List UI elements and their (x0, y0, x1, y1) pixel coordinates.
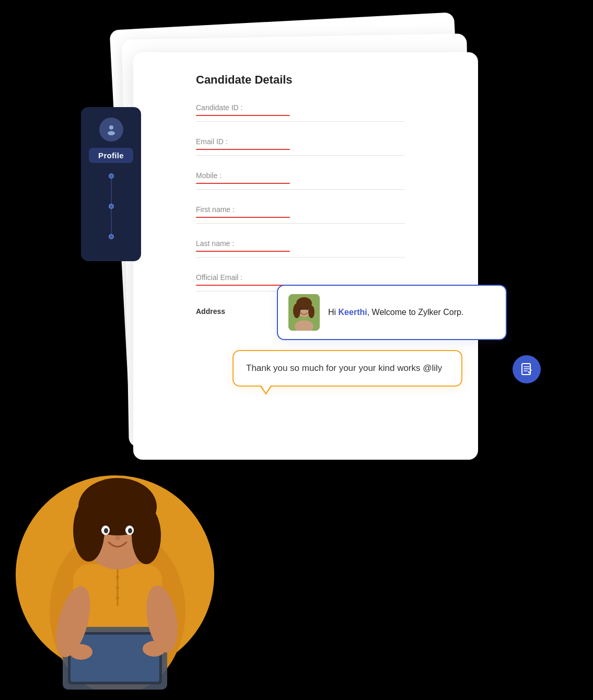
svg-point-27 (308, 306, 315, 318)
underline-official-email (196, 285, 290, 286)
label-first-name: First name : (196, 205, 452, 214)
field-email-id: Email ID : (196, 137, 452, 156)
svg-point-19 (143, 641, 166, 657)
svg-point-12 (115, 536, 120, 540)
svg-point-28 (300, 308, 303, 310)
thanks-chat-bubble: Thank you so much for your your kind wor… (232, 350, 462, 387)
candidate-details-card: Candidate Details Candidate ID : Email I… (133, 52, 478, 460)
user-avatar (288, 294, 320, 331)
label-mobile: Mobile : (196, 171, 452, 180)
label-email-id: Email ID : (196, 137, 452, 146)
svg-point-21 (116, 586, 119, 589)
avatar-svg (288, 294, 320, 331)
thanks-text: Thank you so much for your your kind wor… (246, 361, 449, 375)
underline-last-name (196, 251, 290, 252)
svg-point-7 (132, 507, 161, 564)
line-candidate-id (196, 121, 405, 122)
scene: Candidate Details Candidate ID : Email I… (0, 0, 593, 700)
label-candidate-id: Candidate ID : (196, 103, 452, 112)
underline-mobile (196, 183, 290, 184)
underline-email-id (196, 149, 290, 150)
nav-line-2 (111, 209, 112, 234)
welcome-text: Hi Keerthi, Welcome to Zylker Corp. (328, 306, 463, 319)
welcome-chat-bubble: Hi Keerthi, Welcome to Zylker Corp. (277, 285, 507, 340)
svg-point-20 (116, 576, 119, 579)
svg-point-26 (293, 304, 300, 318)
svg-point-6 (73, 499, 104, 562)
avatar-circle (99, 118, 123, 142)
nav-line-1 (111, 179, 112, 204)
field-mobile: Mobile : (196, 171, 452, 190)
nav-dot-2[interactable] (109, 204, 114, 209)
line-last-name (196, 257, 405, 258)
person-figure (5, 428, 230, 690)
label-last-name: Last name : (196, 239, 452, 248)
svg-point-0 (109, 125, 113, 130)
field-last-name: Last name : (196, 239, 452, 258)
line-mobile (196, 189, 405, 190)
line-first-name (196, 223, 405, 224)
doc-icon (520, 363, 533, 376)
underline-first-name (196, 217, 290, 218)
svg-point-1 (108, 131, 115, 135)
person-svg (21, 439, 214, 690)
svg-point-29 (306, 308, 309, 310)
field-candidate-id: Candidate ID : (196, 103, 452, 122)
profile-label[interactable]: Profile (89, 148, 133, 163)
nav-dots (109, 173, 114, 251)
nav-dot-1[interactable] (109, 173, 114, 179)
field-first-name: First name : (196, 205, 452, 224)
user-icon (105, 123, 118, 136)
svg-point-18 (69, 644, 92, 660)
card-title: Candidate Details (196, 73, 452, 87)
svg-point-11 (128, 528, 132, 533)
underline-candidate-id (196, 115, 290, 116)
sidebar-panel: Profile (81, 107, 141, 261)
float-doc-button[interactable] (513, 355, 541, 383)
nav-dot-3[interactable] (109, 234, 114, 239)
svg-point-10 (104, 528, 108, 533)
line-email-id (196, 155, 405, 156)
svg-point-22 (116, 597, 119, 600)
label-official-email: Official Email : (196, 273, 452, 282)
